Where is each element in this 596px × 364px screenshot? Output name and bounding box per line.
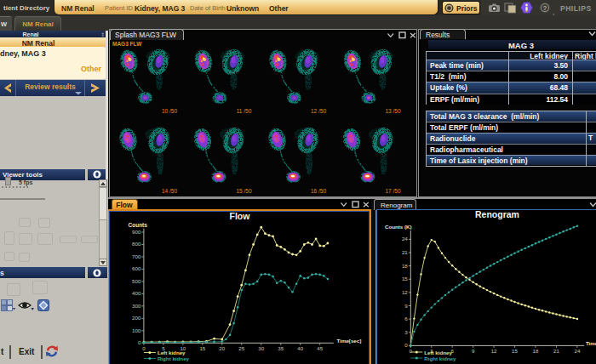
- svg-text:Renogram: Renogram: [475, 211, 519, 219]
- svg-text:300: 300: [132, 303, 141, 309]
- svg-text:Time[sec]: Time[sec]: [336, 338, 361, 344]
- svg-text:Time[sec]: Time[sec]: [586, 340, 596, 346]
- svg-text:700: 700: [132, 253, 141, 259]
- svg-text:40: 40: [297, 345, 303, 351]
- svg-text:0: 0: [404, 342, 408, 348]
- svg-text:900: 900: [132, 229, 141, 235]
- svg-text:14 /50: 14 /50: [162, 188, 177, 194]
- svg-text:30: 30: [258, 345, 264, 351]
- svg-text:35: 35: [278, 345, 284, 351]
- svg-text:21: 21: [553, 347, 559, 353]
- svg-text:500: 500: [132, 278, 141, 284]
- svg-text:6: 6: [404, 316, 408, 321]
- svg-text:15 /50: 15 /50: [236, 188, 251, 194]
- svg-text:600: 600: [132, 265, 141, 271]
- svg-text:Flow: Flow: [229, 212, 250, 221]
- svg-text:400: 400: [132, 290, 141, 296]
- svg-text:12: 12: [491, 347, 497, 353]
- svg-text:0: 0: [410, 347, 413, 353]
- svg-text:15: 15: [512, 347, 518, 353]
- svg-text:Counts (K): Counts (K): [385, 223, 412, 229]
- svg-text:Counts: Counts: [128, 222, 147, 228]
- svg-text:16 /50: 16 /50: [311, 188, 326, 194]
- svg-text:13 /50: 13 /50: [385, 108, 400, 114]
- svg-text:24: 24: [574, 347, 580, 353]
- svg-text:9: 9: [472, 347, 475, 353]
- svg-text:24: 24: [402, 236, 408, 242]
- svg-text:Right kidney: Right kidney: [157, 355, 189, 361]
- svg-text:17 /50: 17 /50: [385, 188, 400, 194]
- svg-text:12 /50: 12 /50: [311, 108, 326, 114]
- svg-text:15: 15: [402, 276, 408, 282]
- svg-text:0: 0: [137, 339, 140, 345]
- svg-text:11 /50: 11 /50: [237, 108, 252, 114]
- svg-text:12: 12: [402, 288, 408, 294]
- svg-text:200: 200: [132, 315, 141, 321]
- svg-text:100: 100: [132, 327, 141, 333]
- svg-text:15: 15: [199, 345, 205, 351]
- svg-text:Left kidney: Left kidney: [424, 349, 452, 355]
- svg-text:18: 18: [402, 262, 408, 268]
- svg-text:45: 45: [317, 345, 323, 351]
- svg-text:9: 9: [404, 302, 408, 308]
- svg-text:20: 20: [219, 345, 225, 351]
- svg-text:?: ?: [543, 4, 547, 12]
- svg-text:18: 18: [533, 347, 539, 353]
- svg-text:0: 0: [142, 345, 146, 351]
- svg-text:3: 3: [404, 328, 408, 334]
- svg-text:Left kidney: Left kidney: [157, 350, 185, 355]
- svg-text:Right kidney: Right kidney: [424, 355, 456, 361]
- svg-text:25: 25: [238, 345, 244, 351]
- svg-text:800: 800: [132, 241, 141, 247]
- svg-text:21: 21: [402, 248, 408, 254]
- svg-text:10 /50: 10 /50: [162, 108, 177, 114]
